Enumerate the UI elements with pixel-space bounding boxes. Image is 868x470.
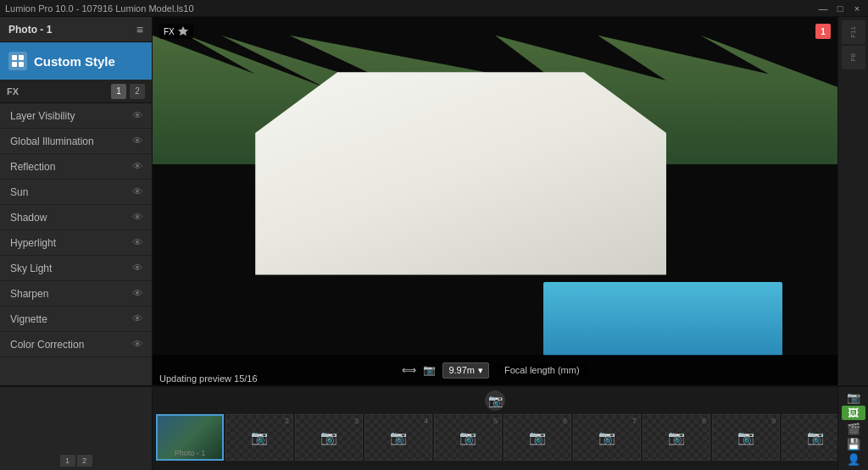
f8-button[interactable]: F8 [842,46,865,69]
eye-icon[interactable]: 👁 [132,135,143,147]
fx-items-list: Layer Visibility 👁 Global Illumination 👁… [0,103,152,385]
distance-display[interactable]: 9.97m ▾ [442,362,489,379]
eye-icon[interactable]: 👁 [132,160,143,173]
distance-dropdown[interactable]: ▾ [478,365,483,376]
film-cam-icon: 📷 [320,429,337,445]
page-2-button[interactable]: 2 [77,455,92,467]
bottom-center: 📷 Photo - 1📷2📷3📷4📷5📷6📷7📷8📷9📷10 [153,387,837,470]
eye-icon[interactable]: 👁 [132,236,143,249]
film-frame-7[interactable]: 📷7 [573,414,641,461]
titlebar-controls[interactable]: — □ × [817,3,863,14]
film-frame-10[interactable]: 📷10 [782,414,837,461]
eye-icon[interactable]: 👁 [132,338,143,351]
fx-item-shadow[interactable]: Shadow 👁 [0,205,152,230]
eye-icon[interactable]: 👁 [132,312,143,325]
fx-item-label: Hyperlight [10,237,56,249]
house-element [255,72,666,274]
camera-add-btn: 📷 [485,390,505,411]
film-frame-6[interactable]: 📷6 [504,414,571,461]
fx-badge-text: FX [164,27,175,36]
fx-badge: FX [159,24,193,39]
fx-item-color-correction[interactable]: Color Correction 👁 [0,332,152,357]
film-frame-num: 8 [702,417,706,425]
viewport-container: FX 1 ⟺ 📷 9.97m ▾ [153,17,868,385]
status-text: Updating preview 15/16 [159,373,258,384]
eye-icon[interactable]: 👁 [132,287,143,300]
film-cam-icon: 📷 [529,429,546,445]
film-cam-icon: 📷 [598,429,615,445]
film-frame-4[interactable]: 📷4 [364,414,432,461]
film-frame-num: 7 [632,417,637,425]
measure-icon: ⟺ [402,364,416,376]
fx-item-label: Sharpen [10,288,48,300]
right-toolbar: F11 F8 [837,17,868,385]
film-cam-icon: 📷 [807,429,824,445]
fx-item-vignette[interactable]: Vignette 👁 [0,307,152,332]
titlebar-title: Lumion Pro 10.0 - 107916 Lumion Model.ls… [5,3,194,14]
minimize-button[interactable]: — [817,3,829,14]
page-1-button[interactable]: 1 [60,455,75,467]
fx-item-label: Sky Light [10,263,52,274]
svg-rect-2 [12,62,17,67]
film-frame-2[interactable]: 📷2 [225,414,293,461]
fx-item-label: Global Illumination [10,135,94,147]
add-camera-button[interactable]: 📷 [485,390,505,411]
fx-item-hyperlight[interactable]: Hyperlight 👁 [0,230,152,256]
eye-icon[interactable]: 👁 [132,262,143,274]
film-frame-3[interactable]: 📷3 [295,414,363,461]
save-button[interactable]: 💾 [842,437,865,451]
fx-tab-1[interactable]: 1 [111,84,126,99]
bottom-strip: 1 2 📷 Photo - 1📷2📷3📷4📷5📷6📷7📷8📷9📷10 📷🖼🎬💾👤 [0,385,868,470]
focal-display: Focal length (mm) [496,363,588,377]
fx-item-reflection[interactable]: Reflection 👁 [0,154,152,180]
eye-icon[interactable]: 👁 [132,109,143,122]
film-frame-num: 2 [285,417,289,425]
maximize-button[interactable]: □ [834,3,846,14]
user-button[interactable]: 👤 [842,453,865,467]
fx-tab-2[interactable]: 2 [130,84,145,99]
fx-item-label: Color Correction [10,339,84,351]
photo-header-title: Photo - 1 [8,24,52,36]
photo-mode-button[interactable]: 📷 [842,390,865,404]
film-frame-num: 10 [837,417,837,425]
film-frame-5[interactable]: 📷5 [434,414,502,461]
film-cam-icon: 📷 [459,429,476,445]
film-frame-label: Photo - 1 [175,449,206,457]
film-frame-num: 3 [354,417,359,425]
camera-icon: 📷 [423,364,436,376]
f11-button[interactable]: F11 [842,20,865,44]
film-cam-icon: 📷 [668,429,685,445]
film-frame-num: 5 [493,417,498,425]
film-cam-icon: 📷 [737,429,754,445]
film-frame-1[interactable]: Photo - 1 [156,414,224,461]
fx-item-sharpen[interactable]: Sharpen 👁 [0,281,152,307]
film-frame-num: 6 [563,417,567,425]
custom-style-header[interactable]: Custom Style [0,42,152,80]
film-frame-9[interactable]: 📷9 [712,414,780,461]
custom-style-label: Custom Style [34,54,115,69]
fx-item-label: Sun [10,186,28,198]
movie-mode-button[interactable]: 🎬 [842,422,865,435]
bottom-right-panel: 📷🖼🎬💾👤 [837,387,868,470]
eye-icon[interactable]: 👁 [132,211,143,224]
fx-item-sun[interactable]: Sun 👁 [0,180,152,205]
distance-value: 9.97m [448,365,475,375]
svg-rect-3 [19,62,24,67]
gallery-mode-button[interactable]: 🖼 [842,406,865,419]
fx-item-label: Reflection [10,161,55,173]
eye-icon[interactable]: 👁 [132,185,143,198]
menu-button[interactable]: ≡ [136,23,143,36]
fx-item-layer-visibility[interactable]: Layer Visibility 👁 [0,103,152,129]
svg-marker-4 [178,26,188,36]
viewport-overlay-tr: 1 [815,24,831,39]
page-controls: 1 2 [60,455,92,467]
custom-style-icon [8,52,27,70]
bottom-left: 1 2 [0,387,153,470]
titlebar: Lumion Pro 10.0 - 107916 Lumion Model.ls… [0,0,868,17]
film-frame-8[interactable]: 📷8 [643,414,710,461]
fx-item-global-illumination[interactable]: Global Illumination 👁 [0,129,152,154]
fx-label: FX [7,86,19,97]
svg-rect-0 [12,55,17,60]
close-button[interactable]: × [851,3,863,14]
fx-item-sky-light[interactable]: Sky Light 👁 [0,256,152,281]
